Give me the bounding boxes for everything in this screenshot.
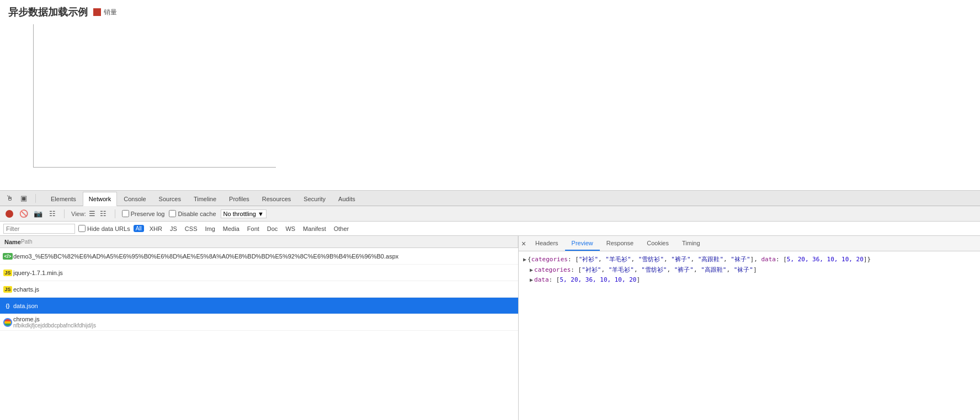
file-name: jquery-1.7.1.min.js <box>13 270 63 276</box>
json-line-collapsed[interactable]: ▶ { categories : [ "衬衫" , "羊毛衫" , "雪纺衫" … <box>523 255 976 265</box>
preserve-log-label[interactable]: Preserve log <box>122 210 165 217</box>
file-row[interactable]: </> demo3_%E5%BC%82%E6%AD%A5%E6%95%B0%E6… <box>0 248 518 265</box>
detail-tab-cookies[interactable]: Cookies <box>640 236 675 251</box>
network-controls-bar: 🚫 📷 ☷ View: ☰ ☷ Preserve log Disable cac… <box>0 206 980 222</box>
file-row-selected[interactable]: {} data.json <box>0 298 518 314</box>
file-name: demo3_%E5%BC%82%E6%AD%A5%E6%95%B0%E6%8D%… <box>13 253 398 260</box>
file-list-header: Name Path <box>0 236 518 248</box>
tab-resources[interactable]: Resources <box>256 192 297 206</box>
json-line-data[interactable]: ▶ data : [ 5, 20, 36, 10, 10, 20 ] <box>530 275 976 286</box>
throttle-dropdown[interactable]: No throttling ▼ <box>221 209 267 218</box>
screenshot-button[interactable]: 📷 <box>33 209 43 219</box>
filter-input[interactable] <box>3 224 75 234</box>
page-title-area: 异步数据加载示例 销量 <box>8 6 972 19</box>
tab-elements[interactable]: Elements <box>45 192 82 206</box>
file-list: Name Path </> demo3_%E5%BC%82%E6%AD%A5%E… <box>0 236 519 420</box>
detail-content: ▶ { categories : [ "衬衫" , "羊毛衫" , "雪纺衫" … <box>519 251 980 420</box>
file-icon-chrome <box>2 317 13 328</box>
throttle-arrow: ▼ <box>258 211 264 217</box>
network-body: Name Path </> demo3_%E5%BC%82%E6%AD%A5%E… <box>0 236 980 420</box>
filter-xhr[interactable]: XHR <box>147 225 164 233</box>
file-icon-js2: JS <box>2 284 13 295</box>
tab-console[interactable]: Console <box>118 192 152 206</box>
filter-js[interactable]: JS <box>168 225 179 233</box>
file-row[interactable]: JS jquery-1.7.1.min.js <box>0 265 518 281</box>
filter-font[interactable]: Font <box>245 225 262 233</box>
list-view-button[interactable]: ☰ <box>87 209 97 219</box>
file-name-path: chrome.js nfbikdkjfjcejddbdcpbafnclkfdhi… <box>13 316 96 329</box>
file-icon-aspx: </> <box>2 251 13 262</box>
detail-panel: × Headers Preview Response Cookies Timin… <box>519 236 980 420</box>
file-name: echarts.js <box>13 286 39 293</box>
inspect-icon[interactable]: 🖱 <box>4 193 14 203</box>
tab-sources[interactable]: Sources <box>153 192 187 206</box>
detail-tab-preview[interactable]: Preview <box>565 236 600 251</box>
legend-label: 销量 <box>104 8 117 17</box>
filter-css[interactable]: CSS <box>183 225 200 233</box>
tab-security[interactable]: Security <box>297 192 332 206</box>
file-row[interactable]: chrome.js nfbikdkjfjcejddbdcpbafnclkfdhi… <box>0 314 518 331</box>
detail-tab-response[interactable]: Response <box>600 236 641 251</box>
main-page: 异步数据加载示例 销量 <box>0 0 980 190</box>
tab-audits[interactable]: Audits <box>332 192 361 206</box>
detail-close-button[interactable]: × <box>519 239 529 249</box>
file-icon-json: {} <box>2 300 13 311</box>
header-name: Name Path <box>0 236 518 247</box>
filter-media[interactable]: Media <box>221 225 242 233</box>
detail-view-button[interactable]: ☷ <box>98 209 108 219</box>
separator-1 <box>35 194 36 203</box>
filter-icon[interactable]: ☷ <box>47 209 57 219</box>
view-controls: View: ☰ ☷ <box>71 209 108 219</box>
filter-ws[interactable]: WS <box>283 225 297 233</box>
throttle-label: No throttling <box>223 211 256 217</box>
disable-cache-text: Disable cache <box>178 211 216 217</box>
tab-timeline[interactable]: Timeline <box>188 192 222 206</box>
filter-doc[interactable]: Doc <box>265 225 280 233</box>
filter-manifest[interactable]: Manifest <box>301 225 328 233</box>
record-button[interactable] <box>4 209 14 219</box>
preserve-log-text: Preserve log <box>131 211 165 217</box>
view-label: View: <box>71 211 86 217</box>
filter-other[interactable]: Other <box>332 225 351 233</box>
file-name: data.json <box>13 303 38 309</box>
separator-2 <box>64 209 65 218</box>
separator-3 <box>115 209 115 218</box>
file-row[interactable]: JS echarts.js <box>0 281 518 298</box>
detail-tab-bar: × Headers Preview Response Cookies Timin… <box>519 236 980 251</box>
filter-area: Hide data URLs All XHR JS CSS Img Media … <box>0 222 980 236</box>
dock-icon[interactable]: ▣ <box>19 193 29 203</box>
devtools-top-bar: 🖱 ▣ Elements Network Console Sources Tim… <box>0 191 980 206</box>
hide-data-urls-checkbox[interactable] <box>78 225 86 232</box>
page-title: 异步数据加载示例 <box>8 6 88 19</box>
detail-tab-headers[interactable]: Headers <box>529 236 565 251</box>
hide-data-urls-text: Hide data URLs <box>87 225 130 232</box>
json-line-categories[interactable]: ▶ categories : [ "衬衫" , "羊毛衫" , "雪纺衫" , … <box>530 265 976 276</box>
devtools-panel: 🖱 ▣ Elements Network Console Sources Tim… <box>0 190 980 420</box>
disable-cache-checkbox[interactable] <box>169 210 176 217</box>
legend-dot <box>93 8 101 16</box>
filter-img[interactable]: Img <box>203 225 217 233</box>
filter-all-badge[interactable]: All <box>134 225 144 232</box>
preserve-log-checkbox[interactable] <box>122 210 129 217</box>
detail-tab-timing[interactable]: Timing <box>675 236 707 251</box>
disable-cache-label[interactable]: Disable cache <box>169 210 216 217</box>
hide-data-urls-label[interactable]: Hide data URLs <box>78 225 130 232</box>
json-object: ▶ { categories : [ "衬衫" , "羊毛衫" , "雪纺衫" … <box>523 255 976 286</box>
file-icon-js: JS <box>2 267 13 278</box>
tab-network[interactable]: Network <box>83 192 117 206</box>
tab-profiles[interactable]: Profiles <box>223 192 255 206</box>
devtools-tab-bar: Elements Network Console Sources Timelin… <box>42 191 976 206</box>
clear-button[interactable]: 🚫 <box>19 209 29 219</box>
legend-item: 销量 <box>93 8 117 17</box>
chart-area <box>33 24 276 168</box>
